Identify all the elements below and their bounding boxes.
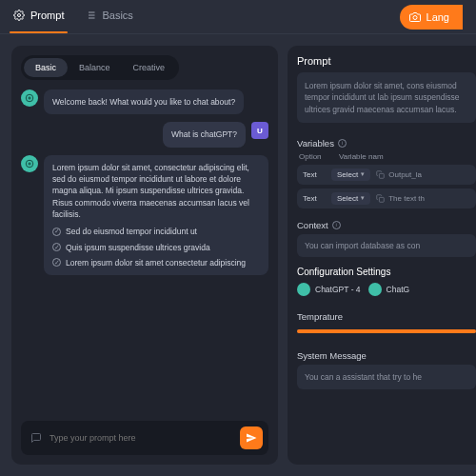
prompt-input-bar bbox=[21, 421, 268, 455]
variable-row: Text Select ▾ The text th bbox=[297, 188, 476, 208]
check-item: ✓ Lorem ipsum dolor sit amet consectetur… bbox=[52, 257, 260, 268]
variable-type-select[interactable]: Select ▾ bbox=[331, 169, 370, 181]
model-chip[interactable]: ChatG bbox=[368, 283, 410, 296]
gear-icon bbox=[13, 10, 25, 21]
model-name: ChatGPT - 4 bbox=[315, 285, 361, 294]
check-item: ✓ Sed do eiusmod tempor incididunt ut bbox=[52, 226, 260, 237]
config-models: ChatGPT - 4 ChatG bbox=[297, 283, 476, 296]
send-icon bbox=[246, 432, 257, 444]
chevron-down-icon: ▾ bbox=[361, 194, 365, 202]
select-label: Select bbox=[337, 170, 358, 179]
variables-label: Variables bbox=[297, 138, 334, 149]
temperature-fill bbox=[297, 329, 476, 333]
check-text: Lorem ipsum dolor sit amet consectetur a… bbox=[66, 257, 246, 268]
main-split: Basic Balance Creative Welcome back! Wha… bbox=[0, 34, 476, 476]
topbar-tabs: Prompt Basics bbox=[13, 10, 133, 25]
variable-type-select[interactable]: Select ▾ bbox=[331, 192, 370, 205]
svg-point-7 bbox=[413, 15, 417, 19]
info-icon[interactable]: i bbox=[338, 139, 347, 148]
variables-header-option: Option bbox=[299, 152, 331, 161]
bot-message-text: Welcome back! What would you like to cha… bbox=[44, 89, 244, 114]
message-bot-long: Lorem ipsum dolor sit amet, consectetur … bbox=[21, 155, 268, 276]
section-title-config: Configuration Settings bbox=[297, 267, 476, 277]
chat-column: Basic Balance Creative Welcome back! Wha… bbox=[11, 46, 278, 465]
chat-body: Welcome back! What would you like to cha… bbox=[21, 89, 268, 413]
chevron-down-icon: ▾ bbox=[361, 170, 365, 178]
check-icon: ✓ bbox=[52, 243, 61, 251]
variable-name-cell: The text th bbox=[376, 194, 470, 203]
send-button[interactable] bbox=[240, 426, 263, 449]
message-bot: Welcome back! What would you like to cha… bbox=[21, 89, 268, 114]
user-message-text: What is chatGPT? bbox=[163, 122, 246, 147]
context-box[interactable]: You can import database as con bbox=[297, 234, 476, 257]
svg-rect-10 bbox=[380, 173, 385, 178]
tab-label: Prompt bbox=[30, 10, 64, 21]
user-avatar: U bbox=[251, 122, 268, 139]
prompt-body: Lorem ipsum dolor sit amet, cons eiusmod… bbox=[305, 80, 468, 115]
svg-point-0 bbox=[18, 13, 21, 16]
list-icon bbox=[85, 10, 96, 21]
svg-rect-11 bbox=[380, 197, 385, 202]
check-icon: ✓ bbox=[52, 258, 61, 267]
check-icon: ✓ bbox=[52, 228, 61, 236]
topbar: Prompt Basics Lang bbox=[0, 0, 476, 34]
check-list: ✓ Sed do eiusmod tempor incididunt ut ✓ … bbox=[52, 226, 260, 268]
system-message-box[interactable]: You can a assistant that try to he bbox=[297, 365, 476, 389]
side-panel: Prompt Lorem ipsum dolor sit amet, cons … bbox=[288, 46, 476, 465]
variable-option: Text bbox=[303, 170, 326, 179]
camera-icon bbox=[409, 11, 421, 23]
variables-header: Option Variable nam bbox=[297, 152, 476, 165]
language-button[interactable]: Lang bbox=[400, 5, 463, 30]
model-chip[interactable]: ChatGPT - 4 bbox=[297, 283, 361, 296]
check-item: ✓ Quis ipsum suspendisse ultrices gravid… bbox=[52, 242, 260, 253]
tab-label: Basics bbox=[102, 10, 132, 21]
bot-avatar-icon bbox=[21, 89, 38, 107]
section-title-variables: Variables i bbox=[297, 138, 476, 149]
variable-name-text: The text th bbox=[388, 194, 425, 203]
app-root: Prompt Basics Lang Basic Balance Creativ… bbox=[0, 0, 476, 476]
model-name: ChatG bbox=[387, 285, 410, 294]
select-label: Select bbox=[337, 194, 358, 203]
model-dot-icon bbox=[297, 283, 310, 296]
copy-icon[interactable] bbox=[376, 194, 385, 203]
chat-icon bbox=[30, 432, 42, 444]
language-button-label: Lang bbox=[426, 11, 449, 23]
check-text: Sed do eiusmod tempor incididunt ut bbox=[66, 226, 197, 237]
variable-name-cell: Output_la bbox=[376, 170, 470, 179]
mode-tab-creative[interactable]: Creative bbox=[122, 58, 177, 77]
prompt-input[interactable] bbox=[50, 433, 232, 443]
context-label: Context bbox=[297, 220, 328, 230]
variable-option: Text bbox=[303, 194, 326, 203]
bot-long-text: Lorem ipsum dolor sit amet, consectetur … bbox=[52, 162, 260, 221]
model-dot-icon bbox=[368, 283, 382, 296]
section-title-system-message: System Message bbox=[297, 350, 476, 361]
variables-header-name: Variable nam bbox=[339, 152, 384, 161]
variable-row: Text Select ▾ Output_la bbox=[297, 165, 476, 185]
section-title-temperature: Temprature bbox=[297, 311, 476, 322]
check-text: Quis ipsum suspendisse ultrices gravida bbox=[66, 242, 210, 253]
mode-tab-balance[interactable]: Balance bbox=[68, 58, 122, 77]
section-title-context: Context i bbox=[297, 220, 476, 230]
temperature-slider[interactable] bbox=[297, 329, 476, 333]
bot-avatar-icon bbox=[21, 155, 38, 172]
tab-basics[interactable]: Basics bbox=[85, 10, 132, 25]
message-user: What is chatGPT? U bbox=[21, 122, 268, 147]
variable-name-text: Output_la bbox=[388, 170, 422, 179]
tab-prompt[interactable]: Prompt bbox=[13, 10, 64, 25]
copy-icon[interactable] bbox=[376, 170, 385, 179]
prompt-box: Lorem ipsum dolor sit amet, cons eiusmod… bbox=[297, 72, 476, 123]
mode-tab-basic[interactable]: Basic bbox=[24, 58, 68, 77]
mode-tabs: Basic Balance Creative bbox=[21, 55, 179, 80]
info-icon[interactable]: i bbox=[332, 221, 341, 229]
section-title-prompt: Prompt bbox=[297, 55, 476, 67]
bot-long-bubble: Lorem ipsum dolor sit amet, consectetur … bbox=[44, 155, 268, 276]
